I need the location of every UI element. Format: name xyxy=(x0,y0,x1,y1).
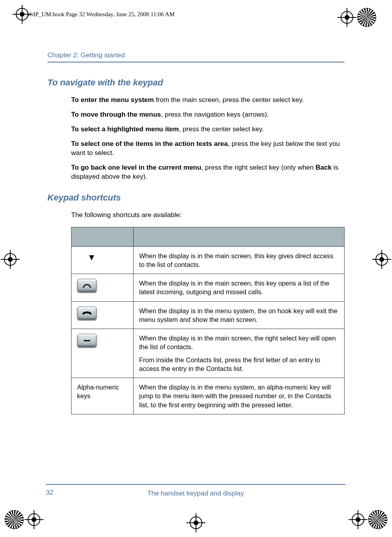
table-row: When the display is in the main screen, … xyxy=(72,274,345,302)
crop-mark-icon xyxy=(375,253,388,266)
right-select-key-icon xyxy=(77,334,97,347)
header-rule xyxy=(47,62,345,62)
off-hook-key-icon xyxy=(77,279,97,292)
table-cell: When the display is in the menu system, … xyxy=(134,378,345,414)
paragraph: To select a highlighted menu item, press… xyxy=(71,125,345,134)
paragraph: To go back one level in the current menu… xyxy=(71,163,345,182)
running-head: VoIP_UM.book Page 32 Wednesday, June 25,… xyxy=(27,11,175,18)
crop-mark-icon xyxy=(28,513,40,526)
table-cell: When the display is in the menu system, … xyxy=(134,301,345,329)
crop-mark-icon xyxy=(352,513,364,526)
page-number: 32 xyxy=(46,489,53,497)
crop-mark-icon xyxy=(341,11,353,24)
chapter-label: Chapter 2: Getting started xyxy=(47,51,345,59)
down-arrow-icon: ▼ xyxy=(87,251,96,263)
table-header xyxy=(72,227,134,246)
table-cell: Alpha-numeric keys xyxy=(72,378,134,414)
table-cell: When the display is in the main screen, … xyxy=(134,329,345,378)
table-cell: When the display is in the main screen, … xyxy=(134,246,345,274)
crop-mark-icon xyxy=(4,253,17,266)
table-row: Alpha-numeric keys When the display is i… xyxy=(72,378,345,414)
footer-title: The handset keypad and display xyxy=(46,490,345,497)
svg-rect-0 xyxy=(84,340,90,341)
section-heading-shortcuts: Keypad shortcuts xyxy=(47,193,345,203)
table-row: When the display is in the main screen, … xyxy=(72,329,345,378)
table-row: ▼ When the display is in the main screen… xyxy=(72,246,345,274)
registration-mark-icon xyxy=(5,510,24,529)
registration-mark-icon xyxy=(357,8,376,27)
paragraph: To move through the menus, press the nav… xyxy=(71,110,345,119)
paragraph: The following shortcuts are available: xyxy=(71,211,345,220)
table-header xyxy=(134,227,345,246)
paragraph: To enter the menu system from the main s… xyxy=(71,96,345,105)
section-heading-navigate: To navigate with the keypad xyxy=(47,78,345,88)
on-hook-key-icon xyxy=(77,306,97,320)
shortcuts-table: ▼ When the display is in the main screen… xyxy=(71,227,345,414)
table-row: When the display is in the menu system, … xyxy=(72,301,345,329)
registration-mark-icon xyxy=(368,510,387,529)
table-cell: When the display is in the main screen, … xyxy=(134,274,345,302)
crop-mark-icon xyxy=(190,516,202,529)
paragraph: To select one of the items in the action… xyxy=(71,140,345,158)
